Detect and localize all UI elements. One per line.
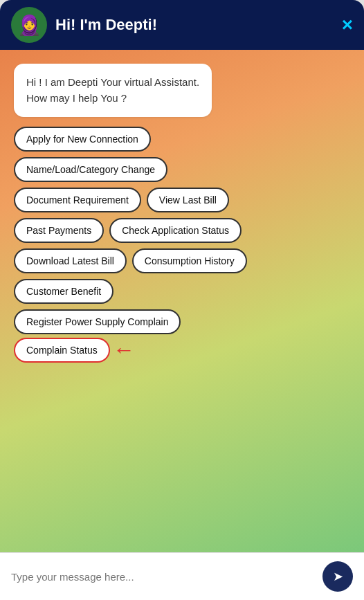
document-requirement-button[interactable]: Document Requirement xyxy=(14,188,141,212)
chat-header: 🧕 Hi! I'm Deepti! × xyxy=(0,0,364,50)
register-power-supply-button[interactable]: Register Power Supply Complain xyxy=(14,309,181,334)
past-payments-button[interactable]: Past Payments xyxy=(14,218,104,243)
button-row-4: Download Latest Bill Consumption History xyxy=(14,248,350,273)
apply-new-connection-button[interactable]: Apply for New Connection xyxy=(14,127,151,152)
button-row-5: Customer Benefit xyxy=(14,279,350,304)
message-input[interactable] xyxy=(11,571,316,583)
download-latest-bill-button[interactable]: Download Latest Bill xyxy=(14,248,127,273)
red-arrow-icon: ← xyxy=(113,337,135,363)
button-row-0: Apply for New Connection xyxy=(14,127,350,152)
consumption-history-button[interactable]: Consumption History xyxy=(132,248,247,273)
button-row-3: Past Payments Check Application Status xyxy=(14,218,350,243)
complain-status-button[interactable]: Complain Status xyxy=(14,338,110,363)
bubble-line2: How may I help You ? xyxy=(26,92,127,104)
chat-body-wrapper: a Hi ! I am Deepti Your virtual Assistan… xyxy=(0,50,364,552)
chat-container: 🧕 Hi! I'm Deepti! × a Hi ! I am Deepti Y… xyxy=(0,0,364,600)
button-row-7: Complain Status ← xyxy=(14,337,350,363)
chat-body: Hi ! I am Deepti Your virtual Assistant.… xyxy=(0,50,364,552)
bubble-line1: Hi ! I am Deepti Your virtual Assistant. xyxy=(26,76,199,88)
button-row-1: Name/Load/Category Change xyxy=(14,157,350,182)
button-row-2: Document Requirement View Last Bill xyxy=(14,188,350,212)
avatar: 🧕 xyxy=(11,7,47,43)
check-application-status-button[interactable]: Check Application Status xyxy=(109,218,242,243)
send-icon: ➤ xyxy=(333,569,343,584)
button-row-6: Register Power Supply Complain xyxy=(14,309,350,334)
send-button[interactable]: ➤ xyxy=(322,561,353,592)
chat-footer: ➤ xyxy=(0,552,364,600)
view-last-bill-button[interactable]: View Last Bill xyxy=(147,188,229,212)
name-load-category-button[interactable]: Name/Load/Category Change xyxy=(14,157,167,182)
customer-benefit-button[interactable]: Customer Benefit xyxy=(14,279,113,304)
greeting-bubble: Hi ! I am Deepti Your virtual Assistant.… xyxy=(14,64,212,117)
close-button[interactable]: × xyxy=(342,15,353,35)
header-title: Hi! I'm Deepti! xyxy=(55,16,334,34)
buttons-area: Apply for New Connection Name/Load/Categ… xyxy=(14,127,350,363)
